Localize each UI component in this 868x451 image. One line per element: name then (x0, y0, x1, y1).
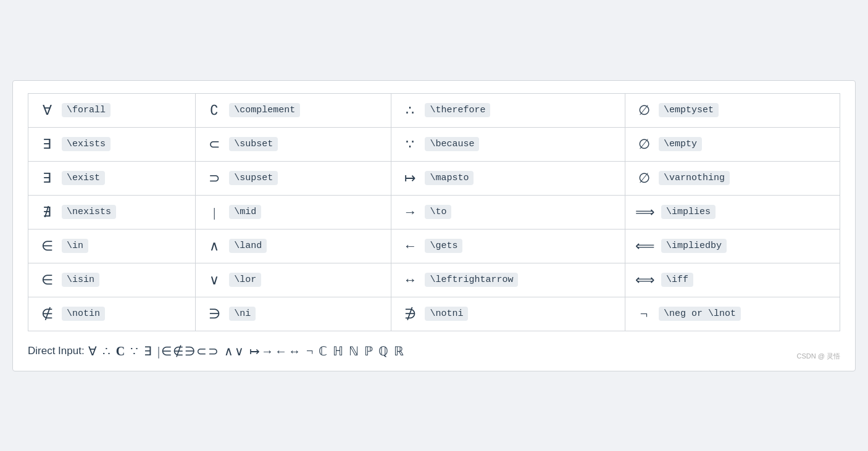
latex-command: \implies (661, 205, 716, 219)
math-symbol: ∈ (38, 238, 56, 254)
table-cell: ⟸\impliedby (625, 229, 840, 263)
table-cell: ∁\complement (196, 93, 391, 127)
latex-command: \nexists (62, 205, 116, 219)
table-cell: ∈\in (28, 229, 196, 263)
latex-command: \ni (229, 307, 256, 321)
math-symbol: ⟹ (635, 204, 655, 220)
table-cell: ⟹\implies (625, 195, 840, 229)
latex-command: \therefore (425, 103, 490, 117)
math-symbol: ∁ (206, 102, 223, 118)
table-cell: ⟺\iff (625, 263, 840, 297)
table-cell: ∌\notni (391, 297, 625, 331)
math-symbol: ⊃ (206, 170, 223, 186)
math-symbol: ← (401, 238, 419, 254)
table-cell: ∄\nexists (28, 195, 196, 229)
latex-command: \exist (62, 171, 105, 185)
latex-command: \because (425, 137, 479, 151)
math-symbol: ∧ (206, 238, 223, 254)
table-cell: ∅\varnothing (625, 161, 840, 195)
table-cell: ∀\forall (28, 93, 196, 127)
math-symbol: ⊂ (206, 136, 223, 152)
table-cell: |\mid (196, 195, 391, 229)
latex-command: \land (229, 239, 267, 253)
math-symbol: ↦ (401, 170, 419, 186)
table-cell: ∴\therefore (391, 93, 625, 127)
table-cell: ⊂\subset (196, 127, 391, 161)
latex-command: \neg or \lnot (659, 307, 741, 321)
latex-command: \leftrightarrow (425, 273, 518, 287)
latex-command: \impliedby (661, 239, 727, 253)
math-symbol: ∉ (38, 306, 56, 322)
table-cell: ∵\because (391, 127, 625, 161)
footer: Direct Input: ∀ ∴ C ∵ ∃ |∈∉∋⊂⊃ ∧∨ ↦→←↔ ¬… (28, 341, 840, 361)
math-symbol: ∅ (635, 102, 653, 118)
table-cell: ¬\neg or \lnot (625, 297, 840, 331)
credit-text: CSDN @ 灵悟 (797, 352, 840, 361)
latex-command: \iff (661, 273, 693, 287)
table-cell: ↦\mapsto (391, 161, 625, 195)
math-symbol: ∃ (38, 170, 56, 186)
latex-command: \supset (229, 171, 278, 185)
main-container: ∀\forall∁\complement∴\therefore∅\emptyse… (12, 80, 856, 371)
latex-command: \gets (425, 239, 462, 253)
direct-input-symbols: ∀ ∴ C ∵ ∃ |∈∉∋⊂⊃ ∧∨ ↦→←↔ ¬ ℂ ℍ ℕ ℙ ℚ ℝ (88, 341, 406, 361)
math-symbol: ¬ (635, 306, 653, 322)
math-symbol: ∵ (401, 136, 419, 152)
latex-command: \notin (62, 307, 105, 321)
direct-input-section: Direct Input: ∀ ∴ C ∵ ∃ |∈∉∋⊂⊃ ∧∨ ↦→←↔ ¬… (28, 341, 405, 361)
table-cell: ∧\land (196, 229, 391, 263)
table-cell: ∃\exist (28, 161, 196, 195)
table-row: ∃\exists⊂\subset∵\because∅\empty (28, 127, 840, 161)
table-cell: ∨\lor (196, 263, 391, 297)
table-cell: ⊃\supset (196, 161, 391, 195)
table-row: ∀\forall∁\complement∴\therefore∅\emptyse… (28, 93, 840, 127)
table-cell: ∋\ni (196, 297, 391, 331)
table-cell: ∈\isin (28, 263, 196, 297)
math-symbol: ∌ (401, 306, 419, 322)
table-cell: ∅\emptyset (625, 93, 840, 127)
math-symbol: ∀ (38, 102, 56, 118)
direct-input-label: Direct Input: (28, 342, 85, 359)
math-symbol: ⟸ (635, 238, 655, 254)
math-symbol: ∋ (206, 306, 223, 322)
table-row: ∉\notin∋\ni∌\notni¬\neg or \lnot (28, 297, 840, 331)
math-symbol: ∅ (635, 136, 653, 152)
latex-command: \empty (659, 137, 702, 151)
table-row: ∄\nexists|\mid→\to⟹\implies (28, 195, 840, 229)
table-cell: ∃\exists (28, 127, 196, 161)
latex-command: \in (62, 239, 88, 253)
latex-command: \to (425, 205, 451, 219)
latex-command: \forall (62, 103, 111, 117)
latex-command: \exists (62, 137, 111, 151)
table-cell: ↔\leftrightarrow (391, 263, 625, 297)
table-cell: →\to (391, 195, 625, 229)
table-row: ∃\exist⊃\supset↦\mapsto∅\varnothing (28, 161, 840, 195)
math-symbol: ∨ (206, 272, 223, 288)
table-cell: ∉\notin (28, 297, 196, 331)
table-row: ∈\isin∨\lor↔\leftrightarrow⟺\iff (28, 263, 840, 297)
symbols-table: ∀\forall∁\complement∴\therefore∅\emptyse… (28, 93, 840, 331)
latex-command: \varnothing (659, 171, 730, 185)
math-symbol: ∈ (38, 272, 56, 288)
math-symbol: ⟺ (635, 272, 655, 288)
latex-command: \isin (62, 273, 99, 287)
math-symbol: | (206, 204, 223, 220)
math-symbol: ∄ (38, 204, 56, 220)
table-cell: ←\gets (391, 229, 625, 263)
latex-command: \notni (425, 307, 468, 321)
latex-command: \complement (229, 103, 300, 117)
math-symbol: ∃ (38, 136, 56, 152)
latex-command: \emptyset (659, 103, 719, 117)
table-cell: ∅\empty (625, 127, 840, 161)
latex-command: \mid (229, 205, 261, 219)
latex-command: \mapsto (425, 171, 474, 185)
math-symbol: ↔ (401, 272, 419, 288)
math-symbol: ∴ (401, 102, 419, 118)
latex-command: \lor (229, 273, 261, 287)
math-symbol: ∅ (635, 170, 653, 186)
table-row: ∈\in∧\land←\gets⟸\impliedby (28, 229, 840, 263)
latex-command: \subset (229, 137, 278, 151)
math-symbol: → (401, 204, 419, 220)
